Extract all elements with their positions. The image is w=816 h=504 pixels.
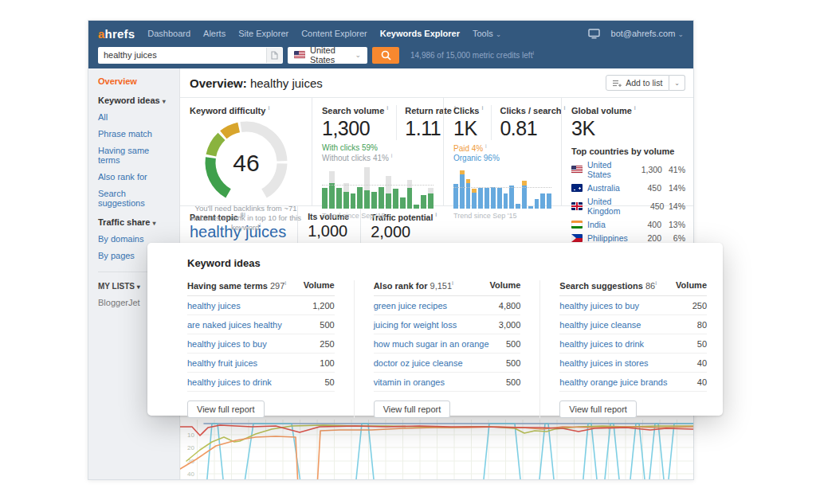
trend-bar (535, 167, 539, 209)
ideas-column-having-same-terms: Having same terms 297iVolumehealthy juic… (187, 280, 335, 418)
country-volume: 450 (634, 183, 661, 193)
sidebar-item-overview[interactable]: Overview (98, 76, 173, 86)
trend-bar (484, 167, 489, 209)
keyword-link[interactable]: healthy fruit juices (187, 358, 257, 368)
keyword-volume: 250 (320, 339, 334, 349)
keyword-volume: 1,200 (312, 301, 335, 311)
nav-item-tools[interactable]: Tools⌄ (473, 29, 501, 38)
country-volume: 450 (640, 201, 664, 211)
ahrefs-logo[interactable]: ahrefs (98, 27, 135, 41)
country-percent: 41% (662, 165, 685, 174)
keyword-volume: 50 (324, 377, 334, 387)
sidebar-item-also-rank-for[interactable]: Also rank for (98, 172, 173, 182)
column-count: 86 (645, 281, 655, 291)
sidebar-item-keyword-ideas[interactable]: Keyword ideas ▾ (98, 96, 173, 105)
country-row: Australia45014% (571, 183, 685, 193)
sidebar-item-traffic-share[interactable]: Traffic share ▾ (98, 217, 173, 227)
flag-united-states-icon (294, 51, 305, 59)
sidebar-item-all[interactable]: All (98, 112, 173, 122)
country-select[interactable]: United States ⌄ (288, 47, 367, 64)
country-volume: 400 (634, 220, 661, 229)
bar-total-segment (428, 188, 434, 193)
nav-item-dashboard[interactable]: Dashboard (147, 29, 190, 38)
bar-clicks-segment (414, 205, 419, 209)
svg-text:40: 40 (187, 471, 194, 478)
trend-bar (516, 167, 520, 209)
bar-clicks-segment (322, 188, 328, 209)
with-clicks-note: With clicks 59% (322, 143, 434, 152)
paste-icon[interactable] (266, 48, 282, 63)
bar-clicks-segment (364, 190, 370, 209)
keyword-row: healthy juices1,200 (187, 296, 335, 315)
sidebar-item-search-suggestions[interactable]: Search suggestions (98, 189, 173, 208)
trend-bar (460, 167, 465, 209)
bar-organic-segment (540, 193, 545, 209)
bar-clicks-segment (400, 197, 406, 209)
view-full-report-button[interactable]: View full report (374, 400, 451, 418)
sidebar-item-having-same-terms[interactable]: Having same terms (98, 146, 173, 165)
trend-bar (509, 167, 514, 209)
bar-organic-segment (522, 186, 527, 209)
keyword-search-input[interactable] (98, 47, 283, 64)
bar-total-segment (329, 171, 335, 183)
keyword-link[interactable]: healthy juices (187, 301, 241, 311)
nav-item-keywords-explorer[interactable]: Keywords Explorer (380, 29, 460, 38)
trend-bar (547, 167, 551, 209)
search-volume-trend-chart (322, 167, 434, 209)
trend-bar (386, 167, 391, 209)
keyword-volume: 500 (506, 339, 520, 349)
ideas-column-also-rank-for: Also rank for 9,151iVolumegreen juice re… (354, 280, 521, 418)
keyword-row: vitamin in oranges500 (374, 373, 521, 392)
nav-item-site-explorer[interactable]: Site Explorer (238, 29, 288, 38)
bar-organic-segment (484, 188, 489, 209)
clicks-per-search-value: 0.81 (500, 117, 565, 140)
keyword-row: green juice recipes4,800 (374, 296, 521, 315)
column-title: Also rank for 9,151i (374, 280, 453, 291)
trend-bar (400, 167, 406, 209)
account-menu[interactable]: bot@ahrefs.com ⌄ (611, 29, 684, 38)
keyword-link[interactable]: vitamin in oranges (374, 377, 445, 387)
its-volume-value: 1,000 (308, 222, 349, 240)
trend-bar (453, 167, 458, 209)
keyword-link[interactable]: healthy juices in stores (559, 358, 648, 368)
sidebar-item-phrase-match[interactable]: Phrase match (98, 129, 173, 139)
bar-clicks-segment (357, 187, 363, 209)
keyword-link[interactable]: healthy juices to drink (559, 339, 644, 349)
keyword-volume: 500 (506, 358, 520, 368)
search-volume-card: Search volume i 1,300 Return rate i 1.11… (312, 98, 443, 205)
keyword-link[interactable]: how much sugar in an orange (374, 339, 489, 349)
keyword-volume: 250 (692, 301, 707, 311)
keyword-link[interactable]: are naked juices healthy (187, 320, 282, 330)
monitor-icon[interactable] (588, 29, 600, 39)
country-link[interactable]: United Kingdom (587, 197, 640, 216)
keyword-link[interactable]: green juice recipes (374, 301, 447, 311)
add-to-list-caret-button[interactable]: ⌄ (669, 75, 685, 91)
keyword-link[interactable]: healthy juices to buy (187, 339, 267, 349)
keyword-link[interactable]: healthy orange juice brands (559, 377, 667, 387)
nav-item-content-explorer[interactable]: Content Explorer (301, 29, 367, 38)
trend-bar (528, 167, 533, 209)
country-link[interactable]: India (587, 220, 606, 229)
view-full-report-button[interactable]: View full report (187, 400, 265, 418)
clicks-card: Clicks i 1K Clicks / search i 0.81 Paid … (443, 98, 561, 205)
ideas-column-header: Search suggestions 86iVolume (559, 280, 707, 296)
country-link[interactable]: United States (587, 160, 636, 179)
keyword-link[interactable]: juicing for weight loss (374, 320, 457, 330)
keyword-link[interactable]: healthy juice cleanse (559, 320, 641, 330)
add-to-list-button[interactable]: Add to list (606, 75, 669, 91)
keyword-link[interactable]: doctor oz juice cleanse (374, 358, 463, 368)
keyword-link[interactable]: healthy juices to drink (187, 377, 272, 387)
bar-organic-segment (478, 188, 483, 209)
nav-right: bot@ahrefs.com ⌄ (588, 29, 684, 39)
country-row: United Kingdom45014% (571, 197, 685, 216)
bar-clicks-segment (371, 192, 377, 209)
column-title: Having same terms 297i (187, 280, 286, 291)
search-button[interactable] (372, 47, 399, 64)
country-link[interactable]: Australia (587, 183, 620, 193)
view-full-report-button[interactable]: View full report (559, 400, 637, 418)
country-link[interactable]: Philippines (587, 233, 628, 243)
trend-bar (364, 167, 370, 209)
without-clicks-note: Without clicks 41% i (322, 153, 434, 162)
keyword-link[interactable]: healthy juices to buy (559, 301, 639, 311)
nav-item-alerts[interactable]: Alerts (203, 29, 226, 38)
